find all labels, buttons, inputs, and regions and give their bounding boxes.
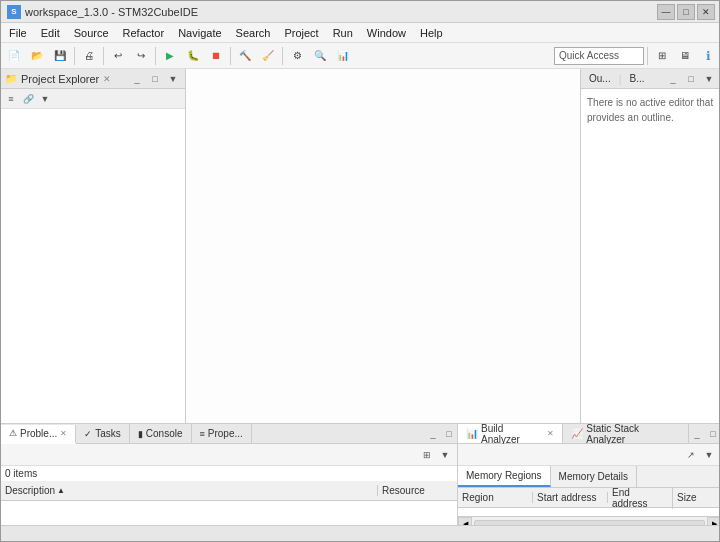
tb-print[interactable]: 🖨 xyxy=(78,45,100,67)
tasks-icon: ✓ xyxy=(84,429,92,439)
tb-build[interactable]: 🔨 xyxy=(234,45,256,67)
menu-help[interactable]: Help xyxy=(414,25,449,41)
col-region: Region xyxy=(458,492,533,503)
tb-misc1[interactable]: ⚙ xyxy=(286,45,308,67)
outline-view-menu-btn[interactable]: ▼ xyxy=(701,72,717,86)
build-close[interactable]: ✕ xyxy=(547,429,554,438)
build-analyzer-icon: 📊 xyxy=(466,428,478,439)
tb-save[interactable]: 💾 xyxy=(49,45,71,67)
maximize-button[interactable]: □ xyxy=(677,4,695,20)
tb-open[interactable]: 📂 xyxy=(26,45,48,67)
menu-bar: File Edit Source Refactor Navigate Searc… xyxy=(1,23,720,43)
quick-access-box[interactable]: Quick Access xyxy=(554,47,644,65)
tb-new[interactable]: 📄 xyxy=(3,45,25,67)
problems-table-header: Description ▲ Resource xyxy=(1,481,457,501)
tb-undo[interactable]: ↩ xyxy=(107,45,129,67)
outline-tab2[interactable]: B... xyxy=(626,73,649,84)
tab-tasks-label: Tasks xyxy=(95,428,121,439)
menu-refactor[interactable]: Refactor xyxy=(117,25,171,41)
sub-tab-memory-details[interactable]: Memory Details xyxy=(551,466,637,487)
folder-icon: 📁 xyxy=(5,73,17,84)
menu-search[interactable]: Search xyxy=(230,25,277,41)
build-export-btn[interactable]: ↗ xyxy=(683,448,699,462)
menu-source[interactable]: Source xyxy=(68,25,115,41)
app-icon: S xyxy=(7,5,21,19)
project-explorer-content xyxy=(1,109,185,423)
tb-stop[interactable]: ⏹ xyxy=(205,45,227,67)
outline-panel: Ou... | B... _ □ ▼ There is no active ed… xyxy=(581,69,720,423)
tab-tasks[interactable]: ✓ Tasks xyxy=(76,424,130,443)
project-explorer-panel: 📁 Project Explorer ✕ _ □ ▼ ≡ 🔗 ▼ xyxy=(1,69,186,423)
menu-file[interactable]: File xyxy=(3,25,33,41)
col-size: Size xyxy=(673,492,713,503)
tab-build-analyzer[interactable]: 📊 Build Analyzer ✕ xyxy=(458,424,563,443)
outline-title-group: Ou... | B... xyxy=(585,73,649,85)
tb-run[interactable]: ▶ xyxy=(159,45,181,67)
menu-project[interactable]: Project xyxy=(278,25,324,41)
problems-minimize-btn[interactable]: _ xyxy=(425,427,441,441)
col-resource: Resource xyxy=(377,485,457,496)
sub-tab-memory-regions[interactable]: Memory Regions xyxy=(458,466,551,487)
outline-minimize-btn[interactable]: _ xyxy=(665,72,681,86)
tb-sep4 xyxy=(230,47,231,65)
project-explorer-close-x[interactable]: ✕ xyxy=(103,74,111,84)
tb-misc3[interactable]: 📊 xyxy=(332,45,354,67)
tab-console-label: Console xyxy=(146,428,183,439)
tb-sep1 xyxy=(74,47,75,65)
menu-navigate[interactable]: Navigate xyxy=(172,25,227,41)
toolbar-main: 📄 📂 💾 🖨 ↩ ↪ ▶ 🐛 ⏹ 🔨 🧹 ⚙ 🔍 📊 Quick Access… xyxy=(1,43,720,69)
tb-perspective2[interactable]: 🖥 xyxy=(674,45,696,67)
project-explorer-label: Project Explorer xyxy=(21,73,99,85)
editor-panel xyxy=(186,69,581,423)
project-explorer-toolbar: ≡ 🔗 ▼ xyxy=(1,89,185,109)
workspace-column: 📁 Project Explorer ✕ _ □ ▼ ≡ 🔗 ▼ xyxy=(1,69,720,542)
quick-access-label: Quick Access xyxy=(559,50,619,61)
outline-maximize-btn[interactable]: □ xyxy=(683,72,699,86)
window-title: workspace_1.3.0 - STM32CubeIDE xyxy=(25,6,198,18)
sub-tab-regions-label: Memory Regions xyxy=(466,470,542,481)
problems-tabs-bar: ⚠ Proble... ✕ ✓ Tasks ▮ Console ≡ Prop xyxy=(1,424,457,444)
panel-minimize-btn[interactable]: _ xyxy=(129,72,145,86)
stack-icon: 📈 xyxy=(571,428,583,439)
panel-maximize-btn[interactable]: □ xyxy=(147,72,163,86)
tab-console[interactable]: ▮ Console xyxy=(130,424,192,443)
tab-static-stack[interactable]: 📈 Static Stack Analyzer xyxy=(563,424,689,443)
build-minimize-btn[interactable]: _ xyxy=(689,427,705,441)
problems-filter-btn[interactable]: ⊞ xyxy=(419,448,435,462)
menu-run[interactable]: Run xyxy=(327,25,359,41)
tab-divider: | xyxy=(619,73,622,85)
tb-info[interactable]: ℹ xyxy=(697,45,719,67)
tab-problems-label: Proble... xyxy=(20,428,57,439)
build-tabs-bar: 📊 Build Analyzer ✕ 📈 Static Stack Analyz… xyxy=(458,424,720,444)
tb-perspective1[interactable]: ⊞ xyxy=(651,45,673,67)
tab-stack-label: Static Stack Analyzer xyxy=(586,423,680,445)
close-button[interactable]: ✕ xyxy=(697,4,715,20)
collapse-all-btn[interactable]: ≡ xyxy=(3,92,19,106)
top-section: 📁 Project Explorer ✕ _ □ ▼ ≡ 🔗 ▼ xyxy=(1,69,720,423)
sub-tab-details-label: Memory Details xyxy=(559,471,628,482)
link-editor-btn[interactable]: 🔗 xyxy=(20,92,36,106)
minimize-button[interactable]: — xyxy=(657,4,675,20)
outline-header-icons: _ □ ▼ xyxy=(665,72,717,86)
tb-sep3 xyxy=(155,47,156,65)
problems-maximize-btn[interactable]: □ xyxy=(441,427,457,441)
tab-properties-label: Prope... xyxy=(208,428,243,439)
menu-edit[interactable]: Edit xyxy=(35,25,66,41)
panel-view-menu-btn[interactable]: ▼ xyxy=(165,72,181,86)
tab-problems[interactable]: ⚠ Proble... ✕ xyxy=(1,425,76,444)
view-menu-btn[interactable]: ▼ xyxy=(37,92,53,106)
tb-debug[interactable]: 🐛 xyxy=(182,45,204,67)
build-maximize-btn[interactable]: □ xyxy=(705,427,720,441)
build-table-header: Region Start address End address Size xyxy=(458,488,720,508)
tb-clean[interactable]: 🧹 xyxy=(257,45,279,67)
problems-chevron-btn[interactable]: ▼ xyxy=(437,448,453,462)
col-start-address: Start address xyxy=(533,492,608,503)
menu-window[interactable]: Window xyxy=(361,25,412,41)
col-description: Description ▲ xyxy=(1,485,377,496)
outline-tab1[interactable]: Ou... xyxy=(585,73,615,84)
problems-close[interactable]: ✕ xyxy=(60,429,67,438)
tb-misc2[interactable]: 🔍 xyxy=(309,45,331,67)
build-chevron-btn[interactable]: ▼ xyxy=(701,448,717,462)
tab-properties[interactable]: ≡ Prope... xyxy=(192,424,252,443)
tb-redo[interactable]: ↪ xyxy=(130,45,152,67)
